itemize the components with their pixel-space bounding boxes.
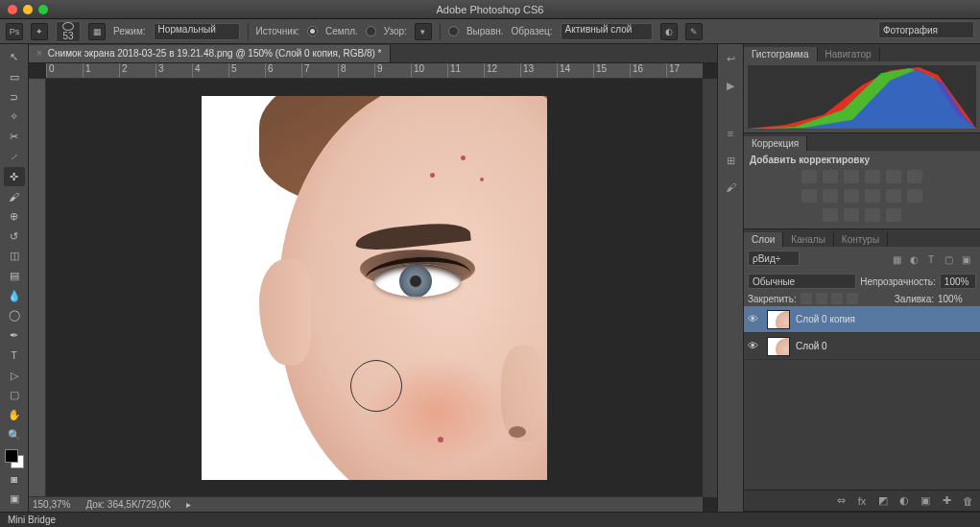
color-swatch[interactable] xyxy=(5,449,24,468)
new-adjust-icon[interactable]: ◐ xyxy=(897,494,911,508)
delete-layer-icon[interactable]: 🗑 xyxy=(961,494,974,508)
actions-panel-icon[interactable]: ▶ xyxy=(722,77,739,94)
layer-thumbnail[interactable] xyxy=(767,337,790,356)
type-tool[interactable]: T xyxy=(4,347,25,366)
new-group-icon[interactable]: ▣ xyxy=(919,494,932,508)
filter-adjust-icon[interactable]: ◐ xyxy=(907,252,920,266)
source-sampled-radio[interactable] xyxy=(307,26,318,36)
layer-row[interactable]: 👁 Слой 0 копия xyxy=(744,306,980,333)
eyedropper-tool[interactable]: ⟋ xyxy=(4,148,25,167)
horizontal-ruler[interactable]: 01234567891011121314151617 xyxy=(46,63,703,79)
exposure-icon[interactable] xyxy=(865,170,880,183)
document-tab[interactable]: × Снимок экрана 2018-03-25 в 19.21.48.pn… xyxy=(29,45,391,62)
vibrance-icon[interactable] xyxy=(886,170,901,183)
blur-tool[interactable]: 💧 xyxy=(4,286,25,305)
mini-bridge-tab[interactable]: Mini Bridge xyxy=(0,512,980,527)
status-menu-icon[interactable]: ▸ xyxy=(186,499,191,510)
screenmode-toggle[interactable]: ▣ xyxy=(4,489,25,508)
posterize-icon[interactable] xyxy=(823,208,838,222)
marquee-tool[interactable]: ▭ xyxy=(4,68,25,87)
curves-icon[interactable] xyxy=(844,170,859,183)
opacity-input[interactable]: 100% xyxy=(940,274,976,289)
threshold-icon[interactable] xyxy=(844,208,859,222)
healing-brush-tool[interactable]: ✜ xyxy=(4,167,25,186)
tab-navigator[interactable]: Навигатор xyxy=(818,47,880,61)
wand-tool[interactable]: ✧ xyxy=(4,108,25,127)
brush-panel-icon[interactable]: 🖌 xyxy=(722,179,739,196)
tab-histogram[interactable]: Гистограмма xyxy=(744,47,818,61)
vertical-ruler[interactable] xyxy=(29,79,46,497)
brush-tool[interactable]: 🖌 xyxy=(4,187,25,206)
tab-corrections[interactable]: Коррекция xyxy=(744,136,807,151)
link-layers-icon[interactable]: ⇔ xyxy=(834,494,848,508)
colorbalance-icon[interactable] xyxy=(801,189,817,203)
dodge-tool[interactable]: ◯ xyxy=(4,306,25,325)
tab-paths[interactable]: Контуры xyxy=(834,232,888,247)
foreground-color[interactable] xyxy=(5,449,18,463)
path-tool[interactable]: ▷ xyxy=(4,366,25,385)
lock-trans-icon[interactable] xyxy=(801,293,812,304)
photofilter-icon[interactable] xyxy=(844,189,859,203)
source-pattern-radio[interactable] xyxy=(366,26,376,36)
lock-pixels-icon[interactable] xyxy=(816,293,827,304)
layer-mask-icon[interactable]: ◩ xyxy=(876,494,890,508)
invert-icon[interactable] xyxy=(907,189,922,203)
ignore-adjust-icon[interactable]: ◐ xyxy=(660,23,678,40)
blend-mode-select[interactable]: Нормальный xyxy=(154,23,240,40)
visibility-toggle[interactable]: 👁 xyxy=(748,313,761,326)
new-layer-icon[interactable]: ✚ xyxy=(940,494,953,508)
history-panel-icon[interactable]: ↩ xyxy=(722,50,739,67)
doc-info[interactable]: Док: 364,5K/729,0K xyxy=(85,499,171,510)
filter-type-icon[interactable]: T xyxy=(924,252,938,266)
lasso-tool[interactable]: ⊃ xyxy=(4,87,25,107)
gradmap-icon[interactable] xyxy=(865,208,880,222)
clone-panel-icon[interactable]: ⊞ xyxy=(722,152,739,169)
brush-panel-icon[interactable]: ▦ xyxy=(88,23,106,40)
visibility-toggle[interactable]: 👁 xyxy=(748,340,761,353)
zoom-tool[interactable]: 🔍 xyxy=(4,425,25,444)
hand-tool[interactable]: ✋ xyxy=(4,406,25,425)
aligned-checkbox[interactable] xyxy=(448,26,459,36)
layer-name[interactable]: Слой 0 копия xyxy=(796,314,855,324)
levels-icon[interactable] xyxy=(823,170,838,183)
fill-input[interactable]: 100% xyxy=(938,294,976,304)
layer-filter-kind[interactable]: ρ Вид ÷ xyxy=(748,251,800,266)
workspace-switcher[interactable]: Фотография xyxy=(878,21,974,38)
properties-panel-icon[interactable]: ≡ xyxy=(722,125,739,142)
shape-tool[interactable]: ▢ xyxy=(4,386,25,405)
layer-thumbnail[interactable] xyxy=(767,310,790,329)
quickmask-toggle[interactable]: ◙ xyxy=(4,469,25,489)
move-tool[interactable]: ↖ xyxy=(4,48,25,67)
stamp-tool[interactable]: ⊕ xyxy=(4,207,25,227)
lock-all-icon[interactable] xyxy=(847,293,858,304)
brush-preset-picker[interactable]: 53 xyxy=(56,21,81,42)
layer-row[interactable]: 👁 Слой 0 xyxy=(744,333,980,360)
eraser-tool[interactable]: ◫ xyxy=(4,247,25,266)
tab-channels[interactable]: Каналы xyxy=(783,232,834,247)
selectivecolor-icon[interactable] xyxy=(886,208,901,222)
hue-icon[interactable] xyxy=(907,170,922,183)
blend-mode-layers[interactable]: Обычные xyxy=(748,274,856,289)
layer-name[interactable]: Слой 0 xyxy=(796,341,827,351)
pen-tool[interactable]: ✒ xyxy=(4,326,25,346)
filter-smart-icon[interactable]: ▣ xyxy=(959,252,972,266)
filter-shape-icon[interactable]: ▢ xyxy=(942,252,955,266)
pattern-picker[interactable]: ▾ xyxy=(415,23,432,40)
sample-select[interactable]: Активный слой xyxy=(561,23,653,40)
bw-icon[interactable] xyxy=(823,189,838,203)
pressure-icon[interactable]: ✎ xyxy=(685,23,703,40)
vertical-scrollbar[interactable] xyxy=(703,79,717,497)
filter-pixel-icon[interactable]: ▦ xyxy=(890,252,903,266)
layer-fx-icon[interactable]: fx xyxy=(855,494,869,508)
gradient-tool[interactable]: ▤ xyxy=(4,267,25,286)
tool-preset-icon[interactable]: ✦ xyxy=(31,23,48,40)
history-brush-tool[interactable]: ↺ xyxy=(4,227,25,246)
brightness-icon[interactable] xyxy=(801,170,817,183)
zoom-level[interactable]: 150,37% xyxy=(33,499,70,510)
channelmix-icon[interactable] xyxy=(865,189,880,203)
ps-logo-icon[interactable]: Ps xyxy=(6,23,23,40)
crop-tool[interactable]: ✂ xyxy=(4,128,25,147)
colorlookup-icon[interactable] xyxy=(886,189,901,203)
lock-position-icon[interactable] xyxy=(831,293,843,304)
tab-layers[interactable]: Слои xyxy=(744,232,783,247)
